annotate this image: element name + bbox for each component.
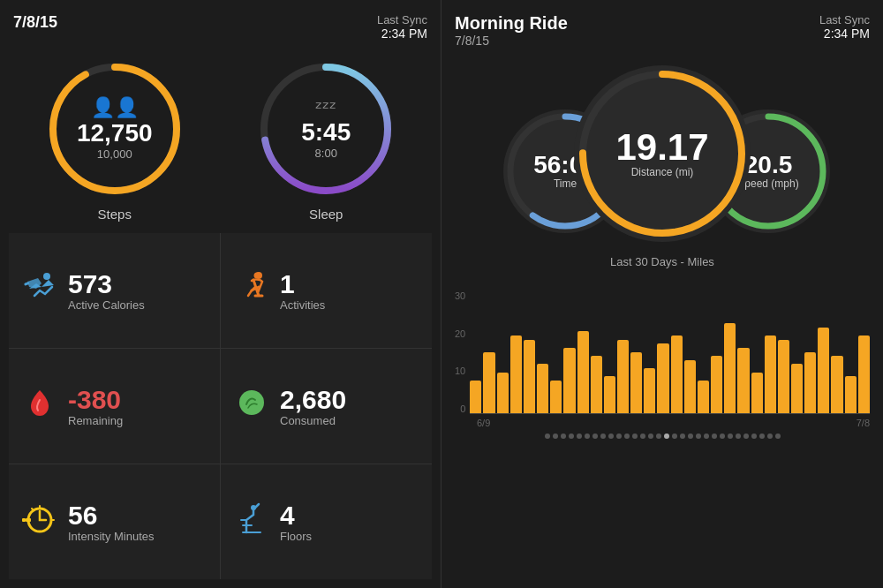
- stat-value: 56: [68, 501, 155, 530]
- left-panel: 7/8/15 Last Sync 2:34 PM 👤👤 12,750 10,00…: [0, 0, 442, 588]
- steps-goal: 10,000: [97, 147, 132, 161]
- distance-inner: 19.17 Distance (mi): [615, 129, 708, 178]
- chart-bar: [858, 335, 870, 413]
- svg-point-7: [254, 272, 260, 278]
- chart-bar: [791, 364, 803, 413]
- svg-point-12: [251, 505, 256, 510]
- chart-dot: [672, 433, 677, 439]
- stat-label: Remaining: [68, 414, 123, 427]
- chart-dot: [688, 433, 693, 439]
- chart-bars-container: [470, 290, 870, 414]
- chart-bar: [804, 352, 816, 414]
- steps-circle: 👤👤 12,750 10,000: [44, 58, 185, 200]
- stat-label: Floors: [280, 530, 312, 543]
- stat-icon: [22, 502, 57, 542]
- chart-x-label: 6/9: [477, 418, 490, 428]
- stat-icon: [22, 387, 57, 426]
- svg-rect-11: [22, 518, 26, 522]
- chart-bar: [577, 331, 589, 413]
- sleep-icon: ᶻᶻᶻ: [315, 97, 336, 119]
- stat-icon: [234, 271, 269, 311]
- chart-dot: [624, 433, 630, 439]
- chart-dot: [751, 433, 757, 439]
- stat-cell: 2,680Consumed: [221, 349, 432, 464]
- chart-dot: [553, 433, 558, 439]
- chart-bars: [470, 290, 870, 414]
- chart-bar: [818, 328, 829, 413]
- chart-bar: [751, 373, 763, 413]
- stat-cell: 56Intensity Minutes: [9, 464, 220, 579]
- steps-label: Steps: [98, 207, 132, 222]
- chart-dot: [736, 433, 741, 439]
- chart-x-label: 7/8: [857, 418, 870, 428]
- chart-bar: [617, 340, 629, 413]
- stat-label: Activities: [280, 298, 325, 312]
- distance-label: Distance (mi): [615, 166, 708, 178]
- svg-point-4: [43, 273, 50, 280]
- chart-dot: [648, 433, 653, 439]
- chart-bar: [724, 323, 736, 413]
- right-sync-time: 2:34 PM: [819, 26, 870, 41]
- chart-bar: [483, 352, 494, 414]
- chart-y-label: 20: [455, 328, 465, 339]
- stat-icon: [234, 387, 269, 426]
- stat-cell: 4Floors: [221, 464, 432, 579]
- stat-cell: 1Activities: [221, 233, 432, 348]
- right-sync-label: Last Sync: [819, 13, 870, 26]
- stat-icon: [22, 271, 57, 311]
- chart-dot: [728, 433, 733, 439]
- stats-grid: 573Active Calories 1Activities -380Remai…: [9, 233, 432, 579]
- chart-dot: [569, 433, 574, 439]
- steps-inner: 👤👤 12,750 10,000: [77, 96, 153, 162]
- chart-bar: [510, 335, 522, 413]
- chart-bar: [537, 364, 548, 413]
- chart-dot: [767, 433, 773, 439]
- chart-bar: [550, 381, 562, 413]
- left-sync: Last Sync 2:34 PM: [377, 13, 427, 41]
- chart-bar: [591, 356, 602, 413]
- left-sync-label: Last Sync: [377, 13, 427, 26]
- chart-bar: [698, 381, 709, 413]
- chart-bar: [778, 340, 789, 413]
- stat-cell: 573Active Calories: [9, 233, 220, 348]
- stat-value: 1: [280, 269, 325, 298]
- chart-bar: [497, 373, 509, 413]
- distance-value: 19.17: [615, 129, 708, 166]
- stat-label: Consumed: [280, 414, 346, 427]
- chart-dot: [585, 433, 590, 439]
- chart-dot: [616, 433, 622, 439]
- stat-label: Active Calories: [68, 298, 145, 312]
- chart-bar: [470, 381, 481, 413]
- right-header: Morning Ride 7/8/15 Last Sync 2:34 PM: [450, 9, 874, 52]
- activity-title: Morning Ride: [455, 13, 568, 34]
- chart-dot: [632, 433, 638, 439]
- chart-dot: [759, 433, 765, 439]
- left-header: 7/8/15 Last Sync 2:34 PM: [9, 9, 432, 49]
- right-title-block: Morning Ride 7/8/15: [455, 13, 568, 48]
- steps-widget: 👤👤 12,750 10,000 Steps: [44, 58, 185, 222]
- stat-value: 573: [68, 269, 145, 298]
- sleep-widget: ᶻᶻᶻ 5:45 8:00 Sleep: [255, 58, 396, 222]
- sleep-circle: ᶻᶻᶻ 5:45 8:00: [255, 58, 396, 200]
- chart-dot: [680, 433, 685, 439]
- chart-bar: [657, 343, 668, 413]
- chart-area: 3020100: [455, 273, 870, 414]
- chart-dot: [608, 433, 614, 439]
- chart-section: Last 30 Days - Miles 3020100 6/97/8: [450, 251, 874, 579]
- chart-dot: [704, 433, 709, 439]
- chart-dot: [561, 433, 566, 439]
- chart-bottom: 6/97/8: [455, 418, 870, 428]
- chart-y-label: 30: [455, 290, 465, 301]
- distance-circle: 19.17 Distance (mi): [574, 65, 751, 242]
- chart-dot: [664, 433, 669, 439]
- sleep-label: Sleep: [309, 207, 343, 222]
- chart-y-axis: 3020100: [455, 290, 465, 414]
- svg-rect-10: [26, 518, 31, 522]
- chart-dot: [743, 433, 749, 439]
- chart-dot: [640, 433, 645, 439]
- activity-circles: 19.17 Distance (mi) 56:06 Time 20.5: [450, 57, 874, 251]
- chart-dot: [577, 433, 582, 439]
- chart-bar: [671, 335, 683, 413]
- chart-bar: [524, 340, 535, 413]
- stat-value: -380: [68, 385, 123, 414]
